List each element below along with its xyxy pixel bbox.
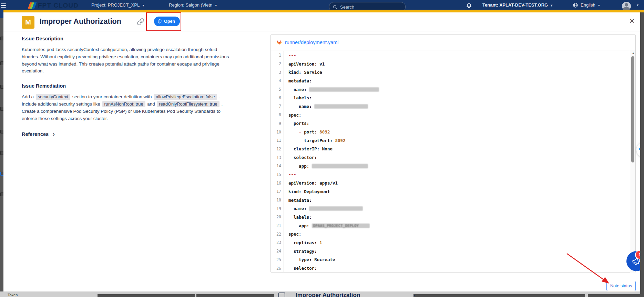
code-text: app: DPAAS_PROJECT_DEPLOY <box>288 223 370 228</box>
code-line: 3kind: Service <box>271 68 635 77</box>
redacted-text: DPAAS_PROJECT_DEPLOY <box>312 224 370 228</box>
background-block <box>196 294 274 297</box>
remediation-heading: Issue Remediation <box>22 83 234 89</box>
link-icon[interactable] <box>137 18 144 26</box>
code-line: 19 name: <box>271 204 635 213</box>
text-segment: and <box>146 101 156 107</box>
code-text: targetPort: 8092 <box>288 138 346 143</box>
chevron-down-icon: ▾ <box>551 3 552 7</box>
issue-detail-modal: M Improper Authorization Open × Issue De… <box>3 12 640 291</box>
background-right-fragment <box>640 12 644 297</box>
modal-header: M Improper Authorization Open × <box>3 12 640 31</box>
code-line: 10 - port: 8092 <box>271 128 635 136</box>
code-line: 7 name: <box>271 102 635 111</box>
line-number: 10 <box>271 128 284 136</box>
background-block <box>98 294 195 297</box>
line-number: 4 <box>271 77 284 85</box>
code-line: 17kind: Deployment <box>271 187 635 196</box>
background-sidebar-fragment <box>0 10 3 297</box>
severity-badge: M <box>22 16 34 29</box>
code-text: labels: <box>288 215 312 220</box>
line-number: 24 <box>271 247 284 256</box>
chevron-down-icon: ▾ <box>598 3 600 7</box>
line-number: 19 <box>271 204 284 213</box>
modal-accent-bar <box>3 10 644 12</box>
inline-code: runAsNonRoot: true <box>102 101 145 107</box>
code-text: --- <box>288 53 296 58</box>
code-line: 13 selector: <box>271 153 635 162</box>
references-toggle[interactable]: References › <box>22 131 234 137</box>
code-line: 6 labels: <box>271 93 635 102</box>
code-text: selector: <box>288 266 317 271</box>
text-segment: Add a <box>22 94 35 99</box>
top-navigation-bar: FPT CLOUD Project: PROJECT_XPL▾ Region: … <box>0 0 644 10</box>
references-label: References <box>22 131 49 137</box>
code-line: 22spec: <box>271 230 635 238</box>
chevron-down-icon[interactable]: ▾ <box>637 3 638 7</box>
code-line: 11 targetPort: 8092 <box>271 136 635 145</box>
globe-icon <box>573 2 578 8</box>
background-block <box>588 294 644 297</box>
code-text: app: <box>288 164 368 169</box>
line-number: 22 <box>271 230 284 238</box>
inline-code: allowPrivilegeEscalation: false <box>154 94 217 100</box>
code-line: 21 app: DPAAS_PROJECT_DEPLOY <box>271 221 635 230</box>
avatar[interactable] <box>622 2 631 10</box>
page-title: Improper Authorization <box>40 17 121 26</box>
line-number: 11 <box>271 136 284 145</box>
code-text: name: <box>288 104 368 109</box>
code-line: 20 labels: <box>271 213 635 221</box>
fpt-logo-icon <box>29 2 36 9</box>
line-number: 25 <box>271 256 284 264</box>
line-number: 23 <box>271 238 284 247</box>
code-text: --- <box>288 172 296 177</box>
code-line: 4metadata: <box>271 77 635 85</box>
chevron-right-icon: › <box>53 131 55 137</box>
redacted-text <box>314 104 368 109</box>
inline-code: securityContext <box>36 94 70 100</box>
code-line: 8spec: <box>271 111 635 119</box>
annotation-box-open-status <box>146 12 181 31</box>
search-placeholder: Search <box>340 4 354 10</box>
menu-icon[interactable] <box>1 2 6 7</box>
code-line: 14 app: <box>271 162 635 170</box>
bell-icon[interactable] <box>466 2 472 8</box>
code-text: kind: Deployment <box>288 189 330 194</box>
chevron-down-icon: ⌄ <box>413 292 416 297</box>
region-selector[interactable]: Region: Saigon (Vietn▾ <box>169 2 217 8</box>
remediation-body: Add a securityContext section to your co… <box>22 93 234 122</box>
code-text: labels: <box>288 95 312 100</box>
line-number: 15 <box>271 170 284 179</box>
code-text: - port: 8092 <box>288 129 330 135</box>
language-selector[interactable]: English▾ <box>581 2 600 8</box>
issue-details-column: Issue Description Kubernetes pod lacks s… <box>22 36 234 137</box>
code-text: name: <box>288 87 379 92</box>
background-token-label: Token <box>8 293 18 297</box>
line-number: 16 <box>271 179 284 187</box>
search-icon <box>333 5 337 9</box>
code-text: replicas: 1 <box>288 240 322 245</box>
code-text: metadata: <box>288 78 312 83</box>
code-scrollbar-thumb[interactable] <box>631 56 634 162</box>
chevron-down-icon: ▾ <box>142 3 144 7</box>
file-link[interactable]: runner/deployment.yaml <box>285 40 339 45</box>
code-text: kind: Service <box>288 70 322 75</box>
scroll-up-icon[interactable]: ▲ <box>632 51 634 55</box>
line-number: 2 <box>271 60 284 68</box>
description-heading: Issue Description <box>22 36 234 41</box>
redacted-text <box>309 87 379 92</box>
page: FPT CLOUD Project: PROJECT_XPL▾ Region: … <box>0 0 644 297</box>
code-text: type: Recreate <box>288 257 335 262</box>
background-page-fragment: Token Improper Authorization ⌄ <box>0 291 644 297</box>
project-selector[interactable]: Project: PROJECT_XPL▾ <box>91 2 144 8</box>
search-input[interactable]: Search <box>329 2 406 10</box>
tenant-selector[interactable]: Tenant: XPLAT-DEV-TEST.ORG▾ <box>482 2 552 8</box>
redacted-text <box>309 206 363 211</box>
line-number: 14 <box>271 162 284 170</box>
annotation-arrow <box>551 247 620 291</box>
line-number: 7 <box>271 102 284 111</box>
close-icon[interactable]: × <box>626 15 637 26</box>
line-number: 3 <box>271 68 284 77</box>
code-text: apiVersion: v1 <box>288 61 325 67</box>
code-text: spec: <box>288 231 301 237</box>
